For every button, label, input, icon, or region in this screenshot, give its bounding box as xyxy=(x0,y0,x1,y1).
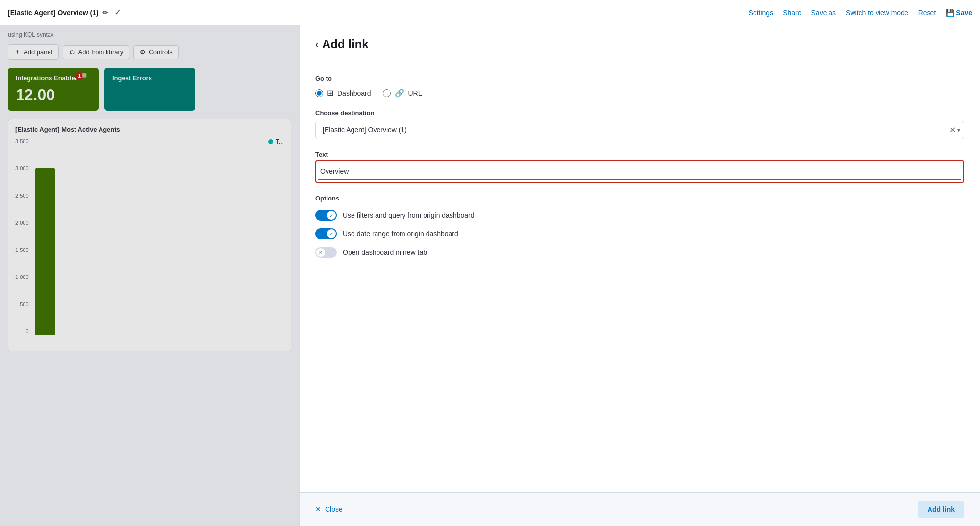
add-library-button[interactable]: 🗂 Add from library xyxy=(63,45,130,59)
panel-header: ‹ Add link xyxy=(300,25,980,61)
radio-dashboard[interactable]: ⊞ Dashboard xyxy=(315,88,371,98)
add-link-button[interactable]: Add link xyxy=(918,501,964,518)
dashboard-title-area: [Elastic Agent] Overview (1) ✏ ✓ xyxy=(8,8,121,17)
toggle-newtab[interactable]: ✕ xyxy=(315,247,337,258)
add-panel-label: Add panel xyxy=(24,49,52,56)
bar-item xyxy=(35,168,55,335)
text-field-highlight-wrapper xyxy=(315,160,964,183)
ingest-errors-title: Ingest Errors xyxy=(112,75,187,82)
radio-dashboard-label: Dashboard xyxy=(337,89,371,97)
card-icons: ▦ ⋯ xyxy=(81,72,95,78)
option-daterange-text: Use date range from origin dashboard xyxy=(343,230,458,238)
more-icon[interactable]: ⋯ xyxy=(89,72,95,78)
kql-hint: using KQL syntax xyxy=(8,31,291,38)
radio-dashboard-input[interactable] xyxy=(315,89,323,97)
legend-dot xyxy=(268,139,273,144)
option-newtab-text: Open dashboard in new tab xyxy=(343,249,427,256)
add-panel-button[interactable]: ＋ Add panel xyxy=(8,44,59,60)
check-icon[interactable]: ✓ xyxy=(114,8,121,17)
panel-body: Go to ⊞ Dashboard 🔗 URL Choose destinati… xyxy=(300,61,980,492)
chart-title: [Elastic Agent] Most Active Agents xyxy=(15,126,284,133)
chart-inner: T... xyxy=(33,138,284,344)
toggle-filters-slider: ✓ xyxy=(315,210,337,221)
metric-cards-row: 1 ▦ ⋯ Integrations Enabled 12.00 Ingest … xyxy=(8,68,291,111)
text-input[interactable] xyxy=(318,163,961,180)
text-field-label: Text xyxy=(315,151,964,158)
select-clear-icon[interactable]: ✕ xyxy=(949,125,955,135)
y-axis: 3,500 3,000 2,500 2,000 1,500 1,000 500 … xyxy=(15,138,33,344)
save-disk-icon: 💾 xyxy=(946,9,954,17)
dashboard-icon: ⊞ xyxy=(327,88,333,98)
top-nav-actions: Settings Share Save as Switch to view mo… xyxy=(749,9,972,17)
ingest-errors-card: Ingest Errors xyxy=(104,68,195,111)
dashboard-title: [Elastic Agent] Overview (1) xyxy=(8,9,99,17)
radio-url[interactable]: 🔗 URL xyxy=(383,88,422,98)
main-content: using KQL syntax ＋ Add panel 🗂 Add from … xyxy=(0,25,980,526)
save-as-link[interactable]: Save as xyxy=(811,9,836,17)
settings-link[interactable]: Settings xyxy=(749,9,774,17)
save-button[interactable]: 💾 Save xyxy=(946,9,972,17)
destination-select-wrapper: [Elastic Agent] Overview (1) ✕ ▾ xyxy=(315,121,964,139)
option-row-newtab: ✕ Open dashboard in new tab xyxy=(315,247,964,258)
legend-label: T... xyxy=(276,138,284,145)
toggle-newtab-slider: ✕ xyxy=(315,247,337,258)
toggle-filters[interactable]: ✓ xyxy=(315,210,337,221)
controls-label: Controls xyxy=(149,49,172,56)
destination-select[interactable]: [Elastic Agent] Overview (1) xyxy=(315,121,964,139)
chart-legend: T... xyxy=(33,138,284,145)
add-panel-icon: ＋ xyxy=(14,48,21,56)
integrations-value: 12.00 xyxy=(16,86,91,104)
text-field-section: Text xyxy=(315,151,964,183)
close-icon: ✕ xyxy=(315,505,321,513)
edit-icon[interactable]: ✏ xyxy=(102,9,108,17)
reset-link[interactable]: Reset xyxy=(918,9,936,17)
radio-url-input[interactable] xyxy=(383,89,391,97)
toggle-filters-knob: ✓ xyxy=(327,211,336,220)
library-icon: 🗂 xyxy=(69,49,75,56)
panel-title: Add link xyxy=(322,37,369,51)
toggle-daterange-knob: ✓ xyxy=(327,229,336,238)
chart-container: [Elastic Agent] Most Active Agents 3,500… xyxy=(8,119,291,351)
controls-button[interactable]: ⚙ Controls xyxy=(133,45,178,59)
close-button[interactable]: ✕ Close xyxy=(315,505,343,513)
toolbar: ＋ Add panel 🗂 Add from library ⚙ Control… xyxy=(8,44,291,60)
controls-icon: ⚙ xyxy=(140,49,146,56)
panel-title-area: ‹ Add link xyxy=(315,37,964,51)
panel-footer: ✕ Close Add link xyxy=(300,492,980,526)
add-link-panel: ‹ Add link Go to ⊞ Dashboard 🔗 URL xyxy=(299,25,980,526)
integrations-card: 1 ▦ ⋯ Integrations Enabled 12.00 xyxy=(8,68,99,111)
add-library-label: Add from library xyxy=(78,49,124,56)
radio-url-label: URL xyxy=(408,89,422,97)
filter-icon[interactable]: ▦ xyxy=(81,72,87,78)
close-label: Close xyxy=(325,505,343,513)
option-row-daterange: ✓ Use date range from origin dashboard xyxy=(315,228,964,239)
option-row-filters: ✓ Use filters and query from origin dash… xyxy=(315,210,964,221)
select-chevron-icon[interactable]: ▾ xyxy=(957,126,960,133)
select-actions: ✕ ▾ xyxy=(949,125,960,135)
top-nav: [Elastic Agent] Overview (1) ✏ ✓ Setting… xyxy=(0,0,980,25)
share-link[interactable]: Share xyxy=(783,9,801,17)
add-link-label: Add link xyxy=(928,505,955,513)
dashboard-panel: using KQL syntax ＋ Add panel 🗂 Add from … xyxy=(0,25,299,526)
destination-label: Choose destination xyxy=(315,109,964,117)
option-filters-text: Use filters and query from origin dashbo… xyxy=(343,211,474,219)
save-label: Save xyxy=(956,9,972,17)
options-label: Options xyxy=(315,195,964,202)
goto-label: Go to xyxy=(315,75,964,82)
chart-area: 3,500 3,000 2,500 2,000 1,500 1,000 500 … xyxy=(15,138,284,344)
goto-radio-group: ⊞ Dashboard 🔗 URL xyxy=(315,88,964,98)
toggle-daterange-slider: ✓ xyxy=(315,228,337,239)
toggle-newtab-knob: ✕ xyxy=(316,248,325,257)
back-arrow-icon[interactable]: ‹ xyxy=(315,39,318,50)
bar-chart xyxy=(33,149,284,335)
switch-mode-link[interactable]: Switch to view mode xyxy=(846,9,908,17)
toggle-daterange[interactable]: ✓ xyxy=(315,228,337,239)
link-icon: 🔗 xyxy=(395,88,404,98)
